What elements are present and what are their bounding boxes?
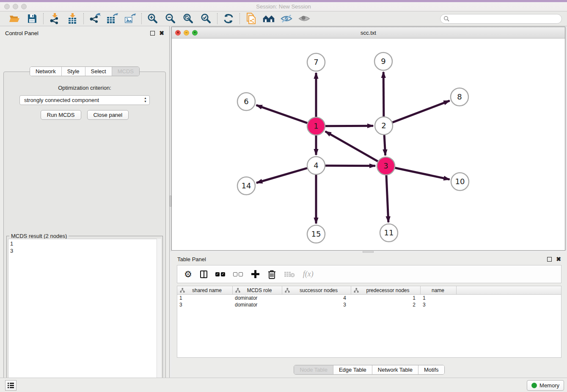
column-header-successor-nodes[interactable]: successor nodes <box>282 286 351 294</box>
edge-3-11[interactable] <box>386 175 388 222</box>
network-maximize-icon[interactable]: + <box>192 30 198 36</box>
cell-name[interactable]: 1 <box>421 295 457 301</box>
hide-selected-icon[interactable] <box>281 13 292 25</box>
node-label-10: 10 <box>455 177 465 186</box>
memory-button[interactable]: Memory <box>527 380 564 391</box>
edge-2-3[interactable] <box>384 135 385 155</box>
optimization-criterion-label: Optimization criterion: <box>4 85 165 91</box>
add-column-icon[interactable] <box>251 269 260 280</box>
network-close-icon[interactable]: ✕ <box>175 30 181 36</box>
column-header-shared-name[interactable]: shared name <box>177 286 233 294</box>
table-panel-title: Table Panel <box>177 256 206 262</box>
edge-1-2[interactable] <box>325 126 373 126</box>
delete-column-icon[interactable] <box>268 269 276 280</box>
zoom-fit-icon[interactable] <box>182 13 194 25</box>
node-label-6: 6 <box>244 97 248 106</box>
table-panel: Table Panel ✖ ⚙ ✓✓ f(x) shared nameMCDS … <box>171 253 567 378</box>
edge-4-14[interactable] <box>256 168 307 183</box>
table-header-row: shared nameMCDS rolesuccessor nodesprede… <box>177 286 561 295</box>
cell-MCDS-role[interactable]: dominator <box>233 302 282 308</box>
import-network-icon[interactable] <box>49 13 61 25</box>
cell-name[interactable]: 3 <box>421 302 457 308</box>
deselect-all-columns-icon[interactable] <box>233 269 243 280</box>
network-graph[interactable]: 7968124314101511 <box>172 39 565 250</box>
tab-mcds[interactable]: MCDS <box>112 67 139 76</box>
splitter-grip[interactable] <box>363 251 374 253</box>
first-neighbors-icon[interactable] <box>263 13 275 25</box>
show-all-icon[interactable] <box>298 13 310 25</box>
select-all-columns-icon[interactable]: ✓✓ <box>215 269 225 280</box>
edge-3-10[interactable] <box>395 168 450 179</box>
edge-1-6[interactable] <box>256 105 308 123</box>
tab-edge-table[interactable]: Edge Table <box>333 365 372 374</box>
zoom-in-icon[interactable] <box>147 13 159 25</box>
control-panel: Control Panel ✖ NetworkStyleSelectMCDS O… <box>0 26 169 378</box>
node-label-7: 7 <box>314 58 318 66</box>
window-title: Session: New Session <box>0 3 567 10</box>
cell-MCDS-role[interactable]: dominator <box>233 295 282 301</box>
delete-table-icon <box>284 269 295 280</box>
cell-predecessor-nodes[interactable]: 2 <box>351 302 421 308</box>
table-settings-icon[interactable]: ⚙ <box>184 269 192 280</box>
edge-2-8[interactable] <box>393 101 450 122</box>
task-history-button[interactable] <box>5 380 17 391</box>
close-table-panel-icon[interactable]: ✖ <box>556 257 561 262</box>
clone-network-icon[interactable] <box>245 13 257 25</box>
function-builder-icon: f(x) <box>303 269 314 280</box>
tab-motifs[interactable]: Motifs <box>418 365 444 374</box>
cell-successor-nodes[interactable]: 3 <box>282 302 351 308</box>
search-input[interactable] <box>440 14 562 24</box>
criterion-value: strongly connected component <box>24 97 99 103</box>
edge-4-3[interactable] <box>325 166 375 166</box>
import-table-icon[interactable] <box>66 13 78 25</box>
tab-node-table[interactable]: Node Table <box>294 365 333 374</box>
edge-3-1[interactable] <box>325 131 378 161</box>
result-line: 1 <box>10 240 159 247</box>
cell-successor-nodes[interactable]: 4 <box>282 295 351 301</box>
node-label-1: 1 <box>314 121 318 130</box>
memory-label: Memory <box>539 382 559 389</box>
split-columns-icon[interactable] <box>200 269 207 280</box>
tab-network[interactable]: Network <box>30 67 61 76</box>
node-label-15: 15 <box>311 229 321 238</box>
tab-style[interactable]: Style <box>61 67 85 76</box>
edge-2-9[interactable] <box>383 72 384 116</box>
node-table[interactable]: shared nameMCDS rolesuccessor nodesprede… <box>177 286 561 358</box>
export-network-icon[interactable] <box>89 13 101 25</box>
zoom-selected-icon[interactable] <box>200 13 212 25</box>
task-list-icon <box>8 383 14 388</box>
network-minimize-icon[interactable]: − <box>184 30 189 36</box>
close-panel-icon[interactable]: ✖ <box>159 31 164 36</box>
column-header-MCDS-role[interactable]: MCDS role <box>233 286 282 294</box>
mcds-result-text[interactable]: 13 <box>8 239 161 392</box>
cell-shared-name[interactable]: 1 <box>177 295 233 301</box>
apply-layout-icon[interactable] <box>223 13 234 25</box>
status-bar: Memory <box>0 378 567 392</box>
open-file-icon[interactable] <box>8 13 20 25</box>
cell-predecessor-nodes[interactable]: 1 <box>351 295 421 301</box>
tab-select[interactable]: Select <box>85 67 112 76</box>
float-table-panel-icon[interactable] <box>547 257 552 262</box>
network-window-titlebar[interactable]: ✕ − + scc.txt <box>172 27 565 39</box>
table-row[interactable]: 3dominator323 <box>177 301 561 308</box>
tab-network-table[interactable]: Network Table <box>372 365 418 374</box>
column-header-predecessor-nodes[interactable]: predecessor nodes <box>351 286 421 294</box>
float-panel-icon[interactable] <box>150 31 155 36</box>
run-mcds-button[interactable]: Run MCDS <box>41 110 81 120</box>
table-panel-tabs: Node TableEdge TableNetwork TableMotifs <box>294 365 444 375</box>
criterion-select[interactable]: strongly connected component ▲▼ <box>19 95 150 105</box>
save-session-icon[interactable] <box>26 13 38 25</box>
column-header-name[interactable]: name <box>421 286 457 294</box>
close-panel-button[interactable]: Close panel <box>87 110 129 120</box>
node-label-8: 8 <box>457 92 462 101</box>
export-image-icon[interactable] <box>124 13 136 25</box>
zoom-out-icon[interactable] <box>165 13 176 25</box>
node-label-9: 9 <box>381 57 385 66</box>
node-label-4: 4 <box>314 161 318 170</box>
network-window-title: scc.txt <box>361 30 376 36</box>
result-scrollbar[interactable] <box>157 239 161 392</box>
cell-shared-name[interactable]: 3 <box>177 302 233 308</box>
export-table-icon[interactable] <box>107 13 118 25</box>
network-canvas[interactable]: 7968124314101511 <box>172 39 565 250</box>
table-row[interactable]: 1dominator411 <box>177 295 561 301</box>
